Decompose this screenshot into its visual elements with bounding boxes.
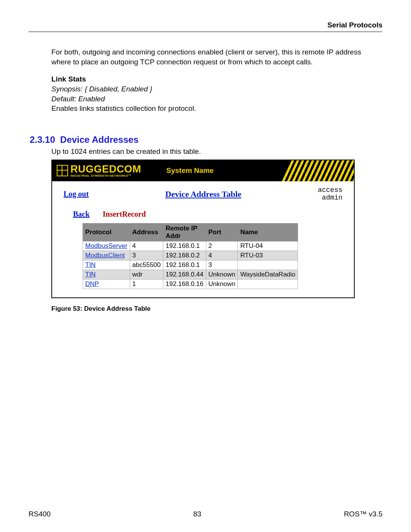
page-header: Serial Protocols — [29, 21, 382, 32]
col-remote-ip: Remote IPAddr — [163, 224, 206, 241]
footer-center: 83 — [193, 510, 201, 518]
access-line2: admin — [322, 194, 342, 201]
section-intro: Up to 1024 entries can be created in thi… — [29, 147, 382, 156]
logo-text: RUGGEDCOM — [70, 164, 141, 174]
cell-port: 2 — [206, 241, 238, 251]
linkstats-synopsis: Synopsis: { Disabled, Enabled } — [51, 85, 152, 93]
col-port: Port — [206, 224, 238, 241]
cell-port: Unknown — [206, 280, 238, 289]
footer-left: RS400 — [29, 510, 51, 518]
section-title: Device Addresses — [60, 134, 139, 145]
nav-row: Back InsertRecord — [52, 204, 354, 221]
col-name: Name — [238, 224, 298, 241]
cell-remote: 192.168.0.1 — [163, 241, 206, 251]
cell-port: 3 — [206, 260, 238, 270]
linkstats-block: Link Stats Synopsis: { Disabled, Enabled… — [51, 74, 382, 113]
cell-name: RTU-03 — [238, 251, 298, 260]
table-row[interactable]: TIN wdr 192.168.0.44 Unknown WaysideData… — [83, 270, 298, 280]
section-number: 2.3.10 — [30, 134, 55, 145]
table-row[interactable]: DNP 1 192.168.0.16 Unknown — [83, 280, 298, 289]
back-link[interactable]: Back — [73, 210, 89, 218]
header-title: Serial Protocols — [327, 21, 382, 29]
cell-port: Unknown — [206, 270, 238, 280]
access-level: access admin — [318, 187, 342, 202]
footer-right: ROS™ v3.5 — [344, 510, 382, 518]
cell-name: WaysideDataRadio — [238, 270, 298, 280]
logo-icon — [57, 165, 68, 176]
table-row[interactable]: TIN abc55500 192.168.0.1 3 — [83, 260, 298, 270]
linkstats-default: Default: Enabled — [51, 95, 105, 103]
logo: RUGGEDCOM INDUSTRIAL STRENGTH NETWORKS™ — [52, 164, 141, 177]
linkstats-desc: Enables links statistics collection for … — [51, 104, 196, 112]
hatch-decoration — [282, 160, 354, 181]
logo-subtext: INDUSTRIAL STRENGTH NETWORKS™ — [70, 174, 141, 177]
col-protocol: Protocol — [83, 224, 130, 241]
figure-caption: Figure 53: Device Address Table — [51, 305, 382, 313]
cell-name: RTU-04 — [238, 241, 298, 251]
col-address: Address — [130, 224, 163, 241]
cell-remote: 192.168.0.1 — [163, 260, 206, 270]
device-address-table: Protocol Address Remote IPAddr Port Name… — [83, 223, 298, 289]
table-row[interactable]: ModbusClient 3 192.168.0.2 4 RTU-03 — [83, 251, 298, 260]
protocol-link[interactable]: ModbusClient — [85, 252, 125, 259]
app-header-bar: RUGGEDCOM INDUSTRIAL STRENGTH NETWORKS™ … — [52, 160, 354, 181]
section-heading: 2.3.10 Device Addresses — [29, 134, 382, 145]
protocol-link[interactable]: TIN — [85, 271, 96, 278]
cell-name — [238, 280, 298, 289]
page-footer: RS400 83 ROS™ v3.5 — [29, 510, 382, 518]
cell-address: 3 — [130, 251, 163, 260]
cell-name — [238, 260, 298, 270]
cell-address: abc55500 — [130, 260, 163, 270]
app-screenshot: RUGGEDCOM INDUSTRIAL STRENGTH NETWORKS™ … — [51, 160, 355, 299]
access-line1: access — [318, 186, 342, 194]
protocol-link[interactable]: TIN — [85, 261, 96, 268]
cell-address: wdr — [130, 270, 163, 280]
cell-remote: 192.168.0.2 — [163, 251, 206, 260]
insert-record[interactable]: InsertRecord — [103, 210, 146, 218]
table-row[interactable]: ModbusServer 4 192.168.0.1 2 RTU-04 — [83, 241, 298, 251]
cell-remote: 192.168.0.16 — [163, 280, 206, 289]
system-name: System Name — [166, 166, 214, 175]
linkstats-heading: Link Stats — [51, 75, 86, 83]
table-header-row: Protocol Address Remote IPAddr Port Name — [83, 224, 298, 241]
cell-port: 4 — [206, 251, 238, 260]
logout-link[interactable]: Log out — [64, 190, 89, 198]
cell-remote: 192.168.0.44 — [163, 270, 206, 280]
cell-address: 1 — [130, 280, 163, 289]
app-subheader: Log out Device Address Table access admi… — [52, 181, 354, 205]
protocol-link[interactable]: DNP — [85, 280, 99, 288]
intro-paragraph: For both, outgoing and incoming connecti… — [51, 47, 382, 67]
app-page-title: Device Address Table — [165, 189, 241, 199]
protocol-link[interactable]: ModbusServer — [85, 242, 127, 249]
cell-address: 4 — [130, 241, 163, 251]
